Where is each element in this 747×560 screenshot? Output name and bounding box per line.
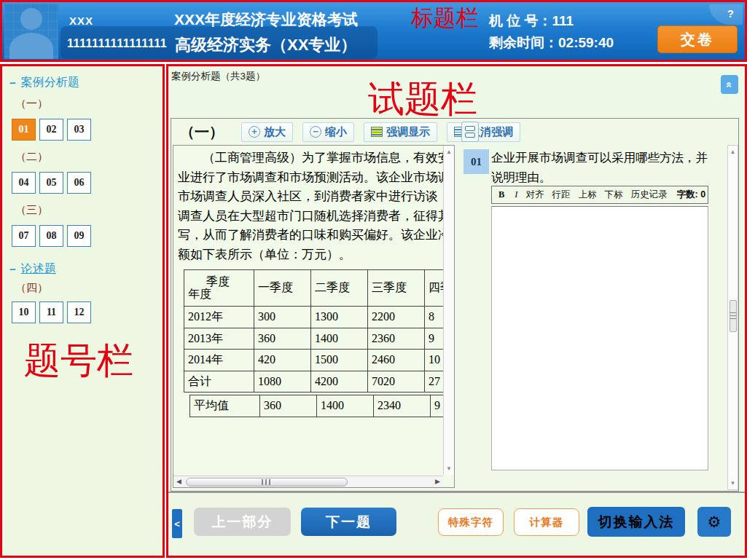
stem-horizontal-scrollbar[interactable]: ◀ ▶ [173, 476, 443, 487]
question-button-08[interactable]: 08 [39, 225, 63, 247]
question-content-box: （一） + 放大 − 缩小 强调显示 取消强调 [171, 118, 739, 492]
stem-vertical-scrollbar[interactable]: ▲ ▼ [443, 146, 454, 475]
table-row: 平均值 360 1400 2340 9 [190, 395, 444, 417]
special-characters-button[interactable]: 特殊字符 [438, 508, 504, 536]
avatar [4, 4, 58, 59]
split-layout-icon [465, 126, 475, 131]
question-button-01[interactable]: 01 [12, 119, 36, 141]
split-layout-button[interactable] [461, 122, 479, 142]
switch-ime-button[interactable]: 切换输入法 [587, 507, 685, 537]
question-button-03[interactable]: 03 [67, 119, 91, 141]
next-question-button[interactable]: 下一题 [301, 508, 396, 536]
line-spacing-button[interactable]: 行距 [552, 189, 571, 201]
cell: 10 [425, 350, 444, 371]
question-button-06[interactable]: 06 [67, 172, 91, 194]
collapse-panel-button[interactable]: « [721, 75, 738, 94]
section-title[interactable]: 案例分析题 [21, 75, 79, 90]
user-id: 1111111111111111 [67, 37, 167, 50]
question-button-09[interactable]: 09 [67, 225, 91, 247]
align-button[interactable]: 对齐 [526, 189, 544, 201]
cell: 1080 [254, 371, 311, 393]
previous-section-button[interactable]: 上一部分 [194, 508, 291, 536]
hide-sidebar-tab[interactable]: < [172, 509, 182, 538]
question-text: 企业开展市场调查可以采用哪些方法，并说明理由。 [491, 148, 711, 187]
question-stem-text: （工商管理高级）为了掌握市场信息，有效安排 业进行了市场调查和市场预测活动。该企… [173, 146, 443, 475]
vertical-scroll-thumb[interactable] [730, 300, 737, 332]
question-button-02[interactable]: 02 [39, 119, 63, 141]
exam-title-line1: XXX年度经济专业资格考试 [174, 9, 358, 30]
tree-collapse-icon[interactable]: − [9, 263, 16, 275]
answer-input-area[interactable] [491, 206, 708, 470]
subscript-button[interactable]: 下标 [605, 189, 623, 201]
section-title[interactable]: 论述题 [21, 261, 56, 277]
table-row: 2014年 420 1500 2460 10 [184, 350, 444, 371]
history-button[interactable]: 历史记录 [631, 189, 668, 201]
row-label: 平均值 [190, 395, 260, 417]
scroll-down-icon[interactable]: ▼ [728, 480, 738, 486]
minus-circle-icon: − [310, 126, 321, 138]
stem-line: 调查人员在大型超市门口随机选择消费者，征得其同 [178, 207, 443, 226]
bold-button[interactable]: B [498, 189, 504, 200]
column-header: 二季度 [311, 270, 368, 307]
unhighlight-button[interactable]: 取消强调 [447, 122, 520, 142]
zoom-out-button[interactable]: − 缩小 [302, 122, 354, 142]
stem-line: 市场调查人员深入社区，到消费者家中进行访谈，了 [178, 187, 443, 207]
scroll-right-icon[interactable]: ▶ [435, 478, 440, 485]
row-label: 2013年 [184, 328, 254, 350]
avatar-body-icon [9, 33, 53, 59]
user-name: XXX [69, 15, 93, 27]
answer-vertical-scrollbar[interactable]: ▲ ▼ [727, 145, 738, 490]
number-row-2: 04 05 06 [12, 172, 163, 194]
question-stem-panel: （工商管理高级）为了掌握市场信息，有效安排 业进行了市场调查和市场预测活动。该企… [173, 145, 455, 488]
group-label-3: （三） [15, 203, 163, 217]
cell: 1400 [317, 395, 374, 417]
corner-label-year: 年度 [188, 285, 211, 304]
group-label-1: （一） [15, 97, 163, 111]
table-row: 2013年 360 1400 2360 9 [184, 328, 444, 350]
submit-exam-button[interactable]: 交卷 [657, 25, 738, 53]
question-button-11[interactable]: 11 [39, 301, 63, 323]
zoom-in-label: 放大 [264, 125, 286, 139]
average-row-table: 平均值 360 1400 2340 9 [189, 395, 443, 417]
highlight-label: 强调显示 [386, 125, 430, 139]
double-chevron-up-icon: « [724, 82, 736, 87]
zoom-in-button[interactable]: + 放大 [241, 122, 293, 142]
question-button-07[interactable]: 07 [12, 225, 36, 247]
superscript-button[interactable]: 上标 [579, 189, 597, 201]
question-button-12[interactable]: 12 [67, 301, 91, 323]
table-row: 2012年 300 1300 2200 8 [184, 307, 444, 328]
question-button-10[interactable]: 10 [12, 301, 36, 323]
question-button-04[interactable]: 04 [12, 172, 36, 194]
question-toolbar: （一） + 放大 − 缩小 强调显示 取消强调 [171, 119, 738, 145]
quarterly-sales-table: 季度 年度 一季度 二季度 三季度 四季度 2012年 300 1300 220… [184, 269, 443, 393]
scroll-left-icon[interactable]: ◀ [176, 478, 181, 485]
cell: 2340 [374, 395, 431, 417]
italic-button[interactable]: I [515, 189, 517, 200]
station-number: 机 位 号：111 [489, 12, 574, 31]
scroll-up-icon[interactable]: ▲ [728, 149, 738, 155]
help-icon[interactable]: ? [727, 7, 734, 20]
split-layout-icon [465, 133, 475, 138]
cell: 1400 [311, 328, 368, 350]
question-number-panel: − 案例分析题 （一） 01 02 03 （二） 04 05 06 （三） 07… [0, 64, 165, 558]
scrollbar-grip-icon [730, 312, 736, 320]
scroll-up-icon[interactable]: ▲ [444, 149, 454, 155]
cell: 1500 [311, 350, 368, 371]
cell: 27 [425, 371, 444, 393]
table-corner-cell: 季度 年度 [184, 270, 254, 307]
question-button-05[interactable]: 05 [39, 172, 63, 194]
calculator-button[interactable]: 计算器 [514, 508, 579, 536]
cell: 4200 [311, 371, 368, 393]
sidebar-section-case-analysis[interactable]: − 案例分析题 [9, 75, 163, 90]
highlight-button[interactable]: 强调显示 [364, 122, 437, 142]
horizontal-scroll-thumb[interactable] [186, 478, 348, 486]
cell: 8 [425, 307, 444, 328]
stem-line: （工商管理高级）为了掌握市场信息，有效安排 [178, 149, 443, 168]
settings-button[interactable]: ⚙ [697, 507, 731, 537]
scroll-down-icon[interactable]: ▼ [444, 465, 454, 472]
sidebar-section-essay[interactable]: − 论述题 [9, 261, 163, 277]
tree-collapse-icon[interactable]: − [9, 76, 16, 89]
question-number-badge: 01 [464, 149, 489, 174]
highlight-icon [371, 127, 383, 137]
help-corner[interactable]: ? [709, 4, 743, 25]
